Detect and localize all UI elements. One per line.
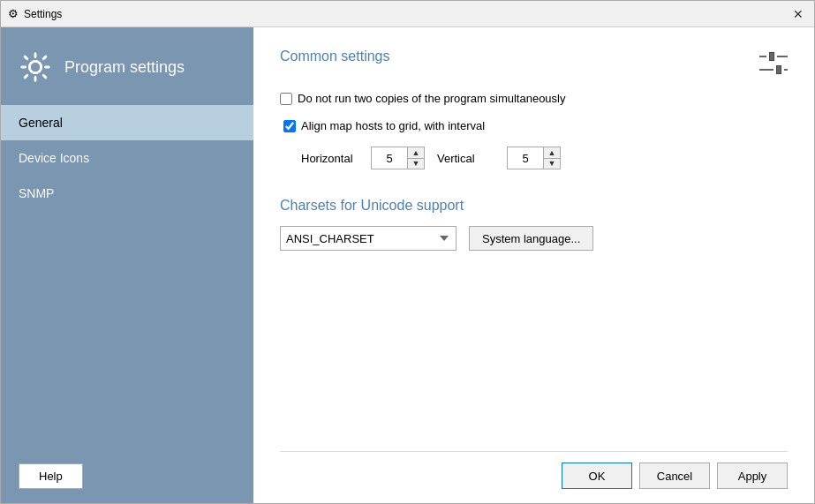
sidebar-item-snmp[interactable]: SNMP: [1, 176, 253, 211]
horizontal-label: Horizontal: [301, 152, 358, 165]
sidebar-header-title: Program settings: [64, 58, 185, 77]
slider-line: [759, 69, 773, 71]
footer: OK Cancel Apply: [280, 451, 788, 489]
ok-button[interactable]: OK: [562, 463, 632, 489]
sidebar-bottom: Help: [1, 449, 253, 503]
vertical-spinner-buttons: ▲ ▼: [543, 147, 560, 169]
slider-line: [784, 69, 788, 71]
grid-interval-row: Horizontal ▲ ▼ Vertical ▲: [301, 147, 788, 169]
horizontal-input[interactable]: [372, 147, 407, 169]
window-body: Program settings General Device Icons SN…: [1, 27, 814, 503]
align-grid-label: Align map hosts to grid, with interval: [301, 119, 485, 132]
charsets-section: Charsets for Unicode support ANSI_CHARSE…: [280, 198, 788, 251]
content-header: Common settings: [280, 49, 788, 74]
slider-row-1: [759, 52, 788, 61]
title-bar-title: Settings: [24, 8, 62, 20]
slider-knob: [776, 65, 781, 74]
main-content: Common settings: [253, 27, 814, 503]
vertical-down-button[interactable]: ▼: [544, 158, 560, 169]
title-bar-left: ⚙ Settings: [8, 7, 62, 20]
sidebar: Program settings General Device Icons SN…: [1, 27, 253, 503]
no-two-copies-label: Do not run two copies of the program sim…: [298, 92, 566, 105]
sidebar-item-general[interactable]: General: [1, 105, 253, 140]
horizontal-spinner: ▲ ▼: [371, 147, 425, 169]
close-button[interactable]: ✕: [789, 5, 807, 23]
help-button[interactable]: Help: [19, 463, 83, 489]
title-bar-icon: ⚙: [8, 7, 19, 20]
system-language-button[interactable]: System language...: [469, 226, 593, 251]
slider-line: [777, 56, 788, 57]
title-bar: ⚙ Settings ✕: [1, 1, 814, 27]
horizontal-spinner-buttons: ▲ ▼: [407, 147, 424, 169]
sidebar-nav: General Device Icons SNMP: [1, 105, 253, 211]
filter-icon[interactable]: [759, 49, 788, 74]
no-two-copies-row: Do not run two copies of the program sim…: [280, 92, 788, 105]
horizontal-down-button[interactable]: ▼: [408, 158, 424, 169]
svg-point-0: [29, 61, 41, 72]
align-grid-checkbox[interactable]: [283, 120, 296, 132]
no-two-copies-checkbox[interactable]: [280, 93, 292, 105]
content-body: Do not run two copies of the program sim…: [280, 92, 788, 451]
apply-button[interactable]: Apply: [717, 463, 788, 489]
vertical-input[interactable]: [508, 147, 543, 169]
vertical-label: Vertical: [437, 152, 494, 165]
horizontal-up-button[interactable]: ▲: [408, 147, 424, 158]
sidebar-header: Program settings: [1, 36, 253, 105]
sidebar-item-device-icons[interactable]: Device Icons: [1, 140, 253, 176]
vertical-up-button[interactable]: ▲: [544, 147, 560, 158]
align-grid-row: Align map hosts to grid, with interval: [283, 119, 788, 132]
settings-window: ⚙ Settings ✕ Program settings General D: [0, 0, 815, 504]
charsets-row: ANSI_CHARSET DEFAULT_CHARSET UNICODE_CHA…: [280, 226, 788, 251]
vertical-spinner: ▲ ▼: [507, 147, 561, 169]
common-settings-title: Common settings: [280, 49, 390, 64]
slider-knob: [769, 52, 774, 61]
charset-select[interactable]: ANSI_CHARSET DEFAULT_CHARSET UNICODE_CHA…: [280, 226, 457, 251]
slider-line: [759, 56, 766, 57]
slider-row-2: [759, 65, 788, 74]
grid-settings: Align map hosts to grid, with interval H…: [283, 119, 788, 169]
gear-icon: [19, 50, 52, 84]
charsets-title: Charsets for Unicode support: [280, 198, 464, 213]
cancel-button[interactable]: Cancel: [639, 463, 710, 489]
